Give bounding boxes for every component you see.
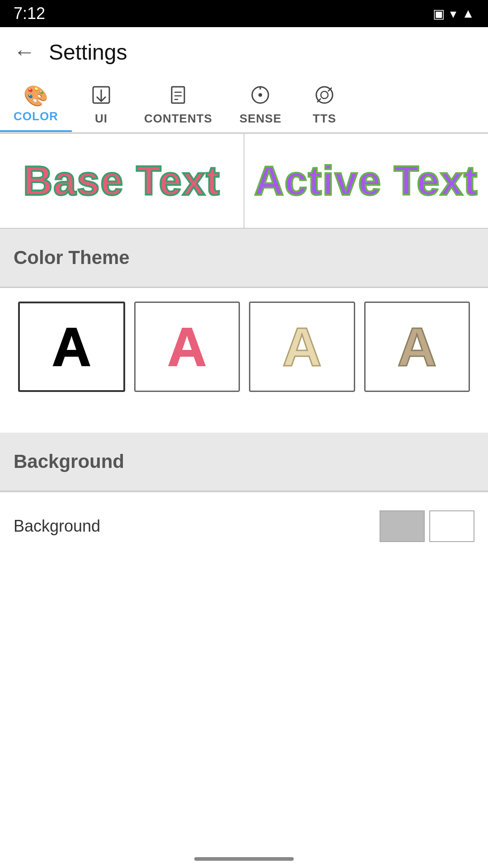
base-text-preview[interactable]: Base Text: [0, 133, 244, 228]
tab-sense[interactable]: SENSE: [226, 77, 295, 132]
tab-contents[interactable]: CONTENTS: [131, 77, 226, 132]
tts-tab-label: TTS: [313, 112, 336, 126]
theme-option-taupe[interactable]: A: [364, 302, 470, 392]
status-bar: 7:12 ▣ ▾ ▲: [0, 0, 488, 27]
active-text-label: Active Text: [254, 158, 479, 204]
svg-rect-1: [172, 87, 184, 103]
tab-color[interactable]: 🎨 COLOR: [0, 77, 72, 132]
base-text-label: Base Text: [23, 158, 221, 204]
color-theme-header: Color Theme: [0, 229, 488, 287]
theme-letter-taupe: A: [397, 320, 436, 374]
contents-tab-icon: [168, 85, 188, 108]
active-text-preview[interactable]: Active Text: [244, 133, 488, 228]
theme-letter-pink: A: [167, 320, 206, 374]
back-button[interactable]: ←: [14, 41, 35, 63]
app-bar: ← Settings: [0, 27, 488, 77]
signal-icon: ▲: [462, 6, 474, 21]
status-icons: ▣ ▾ ▲: [433, 6, 474, 21]
page-title: Settings: [49, 40, 127, 65]
color-tab-label: COLOR: [14, 109, 58, 123]
background-header: Background: [0, 433, 488, 491]
wifi-icon: ▾: [450, 6, 456, 21]
tab-ui[interactable]: UI: [72, 77, 131, 132]
theme-letter-cream: A: [282, 320, 322, 374]
ui-tab-icon: [91, 85, 111, 108]
sense-tab-label: SENSE: [239, 112, 282, 126]
theme-options: A A A A: [0, 288, 488, 406]
color-theme-title: Color Theme: [14, 247, 130, 268]
swatch-white[interactable]: [429, 510, 474, 542]
sim-icon: ▣: [433, 6, 445, 21]
background-title: Background: [14, 451, 124, 472]
ui-tab-label: UI: [95, 112, 108, 126]
scroll-indicator: [194, 857, 294, 861]
contents-tab-label: CONTENTS: [144, 112, 212, 126]
tab-bar: 🎨 COLOR UI CONTENTS: [0, 77, 488, 133]
tab-tts[interactable]: TTS: [295, 77, 354, 132]
spacer: [0, 406, 488, 433]
svg-point-6: [258, 93, 262, 97]
theme-letter-black: A: [52, 320, 91, 374]
status-time: 7:12: [14, 4, 45, 23]
svg-point-9: [321, 91, 328, 99]
color-tab-icon: 🎨: [23, 86, 48, 106]
background-item-label: Background: [14, 517, 100, 536]
theme-option-black[interactable]: A: [18, 302, 125, 392]
swatch-gray[interactable]: [380, 510, 425, 542]
tts-tab-icon: [314, 85, 334, 108]
background-swatches: [380, 510, 474, 542]
theme-option-cream[interactable]: A: [249, 302, 355, 392]
background-list-item[interactable]: Background: [0, 492, 488, 560]
sense-tab-icon: [250, 85, 270, 108]
text-preview-section: Base Text Active Text: [0, 133, 488, 229]
theme-option-pink[interactable]: A: [134, 302, 240, 392]
